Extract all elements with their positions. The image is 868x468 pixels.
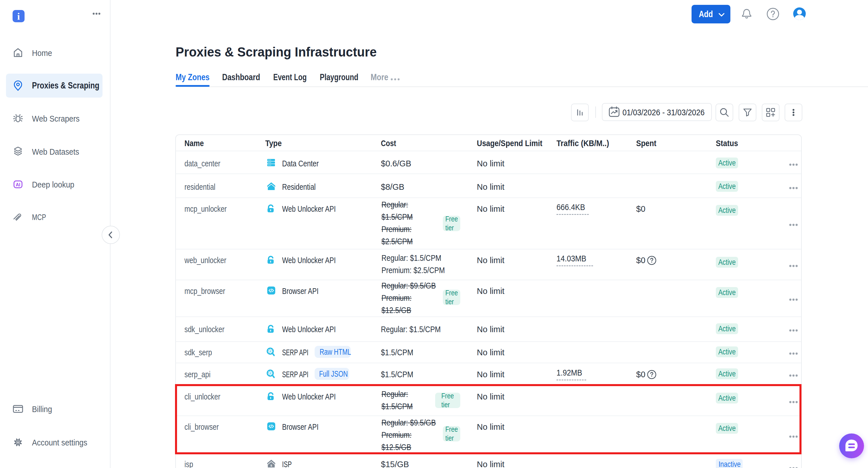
svg-text:AI: AI xyxy=(16,182,20,187)
svg-text:s: s xyxy=(270,463,272,467)
